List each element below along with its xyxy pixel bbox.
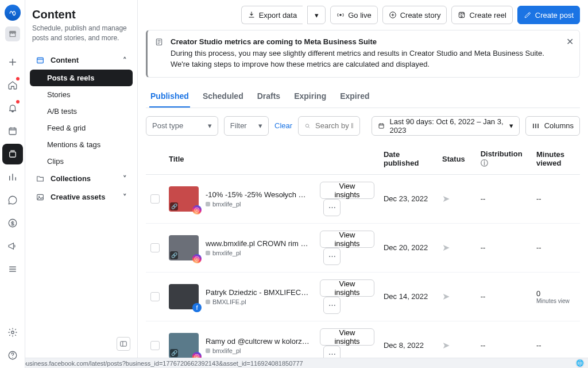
sidebar-item-stories[interactable]: Stories [30, 86, 133, 103]
close-banner[interactable]: ✕ [566, 36, 574, 47]
post-date: Dec 8, 2022 [379, 321, 438, 358]
table-row: 🔗◎Ramy od @cultcrew w kolorz…bmxlife_plV… [146, 321, 580, 358]
sidebar-item-clips[interactable]: Clips [30, 153, 133, 170]
dollar-icon [7, 218, 18, 228]
meta-logo[interactable] [5, 5, 21, 21]
create-post-button[interactable]: Create post [517, 6, 580, 24]
content-tabs: PublishedScheduledDraftsExpiringExpired [146, 86, 580, 108]
table-row: 🔗◎www.bmxlife.pl CROWN rim …bmxlife_plVi… [146, 223, 580, 272]
globe-icon[interactable]: 🌐 [575, 359, 585, 368]
live-icon [336, 11, 345, 19]
search-box[interactable] [298, 116, 360, 136]
row-more-button[interactable]: ⋯ [323, 199, 341, 216]
rail-ads[interactable] [2, 236, 23, 256]
chat-icon [7, 195, 18, 205]
sidebar-item-feed-grid[interactable]: Feed & grid [30, 120, 133, 136]
nav-collections[interactable]: Collections ˅ [30, 170, 133, 188]
row-more-button[interactable]: ⋯ [323, 297, 341, 314]
post-distribution: -- [476, 321, 532, 358]
post-title[interactable]: -10% -15% -25% Wesołych … [206, 190, 306, 199]
rail-insights[interactable] [2, 167, 23, 187]
row-checkbox[interactable] [150, 243, 160, 252]
post-thumbnail[interactable]: f [169, 284, 199, 309]
caret-down-icon: ▾ [509, 121, 513, 130]
collapse-sidebar[interactable] [117, 337, 130, 351]
view-insights-button[interactable]: View insights [320, 231, 374, 248]
sidebar-item-posts-reels[interactable]: Posts & reels [30, 70, 133, 86]
page-title: Content [30, 8, 133, 21]
instagram-icon: ◎ [192, 205, 202, 214]
svg-rect-5 [37, 57, 44, 63]
svg-rect-6 [37, 194, 44, 200]
rail-settings[interactable] [2, 322, 23, 343]
tab-expiring[interactable]: Expiring [293, 86, 327, 108]
calendar-icon [7, 126, 18, 136]
row-checkbox[interactable] [150, 341, 160, 350]
instagram-icon: ◎ [192, 352, 202, 358]
caret-down-icon: ▾ [258, 121, 262, 130]
post-thumbnail[interactable]: 🔗◎ [169, 186, 199, 212]
filter-bar: Post type▾ Filter▾ Clear Last 90 days: O… [146, 108, 580, 144]
view-insights-button[interactable]: View insights [320, 182, 374, 199]
filter-select[interactable]: Filter▾ [224, 116, 269, 136]
sidebar-item-a-b-tests[interactable]: A/B tests [30, 103, 133, 120]
svg-point-3 [11, 331, 14, 334]
facebook-icon: f [192, 303, 202, 312]
post-minutes: -- [532, 321, 580, 358]
banner-body: During this process, you may see slightl… [171, 48, 559, 70]
post-title[interactable]: www.bmxlife.pl CROWN rim … [206, 239, 308, 248]
tab-drafts[interactable]: Drafts [256, 86, 281, 108]
posts-table: Title Date published Status Distribution… [146, 144, 580, 358]
rail-calendar[interactable] [2, 121, 23, 141]
post-thumbnail[interactable]: 🔗◎ [169, 235, 199, 260]
export-data-button[interactable]: Export data [241, 6, 303, 24]
tab-scheduled[interactable]: Scheduled [202, 86, 245, 108]
icon-rail [0, 0, 25, 368]
top-actions: Export data ▾ Go live Create story Creat… [138, 0, 588, 30]
col-status: Status [438, 144, 476, 175]
svg-rect-0 [9, 128, 16, 135]
nav-content[interactable]: Content ˄ [30, 51, 133, 70]
row-more-button[interactable]: ⋯ [323, 248, 341, 265]
rail-home[interactable] [2, 75, 23, 95]
rail-notifications[interactable] [2, 98, 23, 118]
row-checkbox[interactable] [150, 194, 160, 204]
rail-create[interactable] [2, 52, 23, 72]
row-checkbox[interactable] [150, 292, 160, 301]
export-caret[interactable]: ▾ [307, 6, 326, 24]
clear-filters[interactable]: Clear [274, 121, 292, 130]
create-story-button[interactable]: Create story [382, 6, 447, 24]
nav-creative-assets[interactable]: Creative assets ˅ [30, 188, 133, 206]
link-badge-icon: 🔗 [170, 202, 178, 210]
tab-published[interactable]: Published [149, 86, 190, 108]
post-thumbnail[interactable]: 🔗◎ [169, 333, 199, 358]
rail-content[interactable] [2, 144, 23, 164]
post-date: Dec 20, 2022 [379, 223, 438, 272]
tab-expired[interactable]: Expired [339, 86, 370, 108]
post-status: ➤ [438, 223, 476, 272]
bars-icon [7, 172, 18, 182]
caret-down-icon: ▾ [315, 11, 319, 20]
search-input[interactable] [315, 121, 354, 130]
post-title[interactable]: Ramy od @cultcrew w kolorz… [206, 337, 310, 346]
post-type-select[interactable]: Post type▾ [146, 116, 218, 136]
svg-rect-8 [121, 342, 127, 346]
post-title[interactable]: Patryk Dziedzic - BMXLIFEC… [206, 288, 308, 297]
rail-inbox[interactable] [2, 190, 23, 210]
post-source: BMXLIFE.pl [206, 298, 308, 305]
go-live-button[interactable]: Go live [330, 6, 377, 24]
rail-monetization[interactable] [2, 213, 23, 233]
megaphone-icon [7, 241, 18, 251]
svg-rect-1 [9, 152, 16, 157]
date-range-picker[interactable]: Last 90 days: Oct 6, 2022 – Jan 3, 2023 … [372, 116, 519, 136]
sidebar-item-mentions-tags[interactable]: Mentions & tags [30, 136, 133, 153]
columns-button[interactable]: Columns [525, 116, 580, 136]
account-avatar[interactable] [5, 26, 20, 41]
rail-more[interactable] [2, 259, 23, 279]
table-row: 🔗◎-10% -15% -25% Wesołych …bmxlife_plVie… [146, 174, 580, 223]
row-more-button[interactable]: ⋯ [323, 346, 341, 358]
view-insights-button[interactable]: View insights [320, 279, 374, 297]
create-reel-button[interactable]: Create reel [451, 6, 512, 24]
view-insights-button[interactable]: View insights [320, 328, 374, 346]
rail-help[interactable] [2, 345, 23, 366]
